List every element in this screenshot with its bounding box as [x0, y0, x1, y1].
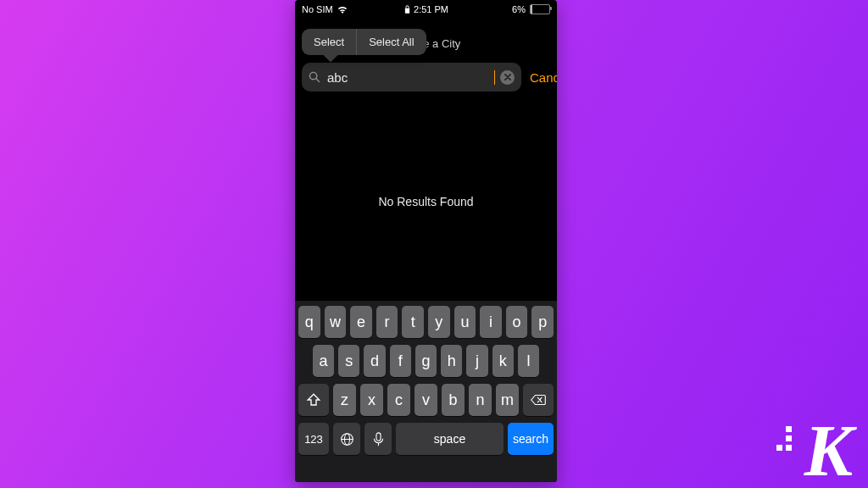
shift-icon [306, 393, 321, 407]
key-numbers[interactable]: 123 [298, 423, 329, 455]
key-q[interactable]: q [298, 306, 320, 338]
carrier-label: No SIM [302, 4, 333, 14]
clock-label: 2:51 PM [414, 4, 448, 14]
globe-icon [340, 432, 354, 446]
key-j[interactable]: j [466, 345, 487, 377]
key-y[interactable]: y [428, 306, 450, 338]
key-w[interactable]: w [325, 306, 347, 338]
keyboard-row-4: 123 space search [298, 423, 554, 455]
key-search[interactable]: search [508, 423, 554, 455]
search-icon [309, 71, 320, 83]
text-context-menu: Select Select All [302, 29, 426, 55]
key-r[interactable]: r [376, 306, 398, 338]
battery-pct: 6% [512, 4, 526, 14]
watermark-letter: K [804, 425, 853, 476]
key-e[interactable]: e [350, 306, 372, 338]
key-g[interactable]: g [415, 345, 437, 377]
key-m[interactable]: m [496, 384, 519, 416]
cancel-button[interactable]: Cancel [530, 70, 557, 85]
backspace-icon [531, 393, 546, 407]
phone-frame: No SIM 2:51 PM 6% Choose a City Select S… [295, 0, 557, 482]
keyboard-row-1: q w e r t y u i o p [298, 306, 554, 338]
keyboard: q w e r t y u i o p a s d f g h j k [295, 301, 557, 482]
key-l[interactable]: l [518, 345, 539, 377]
key-shift[interactable] [298, 384, 329, 416]
key-k[interactable]: k [492, 345, 514, 377]
keyboard-row-2: a s d f g h j k l [298, 345, 554, 377]
key-t[interactable]: t [402, 306, 424, 338]
key-a[interactable]: a [313, 345, 334, 377]
key-x[interactable]: x [360, 384, 383, 416]
microphone-icon [371, 432, 386, 446]
svg-rect-5 [376, 432, 380, 440]
key-h[interactable]: h [441, 345, 462, 377]
keyboard-row-3: z x c v b n m [298, 384, 554, 416]
key-space[interactable]: space [396, 423, 504, 455]
key-f[interactable]: f [390, 345, 411, 377]
key-n[interactable]: n [469, 384, 492, 416]
key-p[interactable]: p [531, 306, 554, 338]
status-bar: No SIM 2:51 PM 6% [295, 0, 557, 19]
close-icon [504, 74, 511, 80]
svg-point-0 [309, 72, 316, 79]
key-u[interactable]: u [454, 306, 476, 338]
wifi-icon [337, 6, 348, 14]
key-c[interactable]: c [387, 384, 410, 416]
key-z[interactable]: z [333, 384, 356, 416]
text-caret [494, 70, 495, 85]
key-dictation[interactable] [364, 423, 392, 455]
key-d[interactable]: d [364, 345, 385, 377]
context-select-all[interactable]: Select All [357, 29, 426, 55]
key-s[interactable]: s [338, 345, 359, 377]
lock-icon [403, 5, 410, 14]
battery-icon [530, 4, 550, 14]
no-results-label: No Results Found [295, 195, 557, 208]
search-input[interactable] [326, 69, 490, 86]
key-backspace[interactable] [523, 384, 554, 416]
clear-button[interactable] [500, 70, 515, 85]
key-v[interactable]: v [415, 384, 437, 416]
key-o[interactable]: o [506, 306, 528, 338]
key-b[interactable]: b [442, 384, 465, 416]
key-globe[interactable] [333, 423, 360, 455]
key-i[interactable]: i [480, 306, 502, 338]
watermark: K [804, 425, 853, 476]
search-field[interactable] [302, 63, 521, 92]
svg-line-1 [316, 79, 320, 82]
